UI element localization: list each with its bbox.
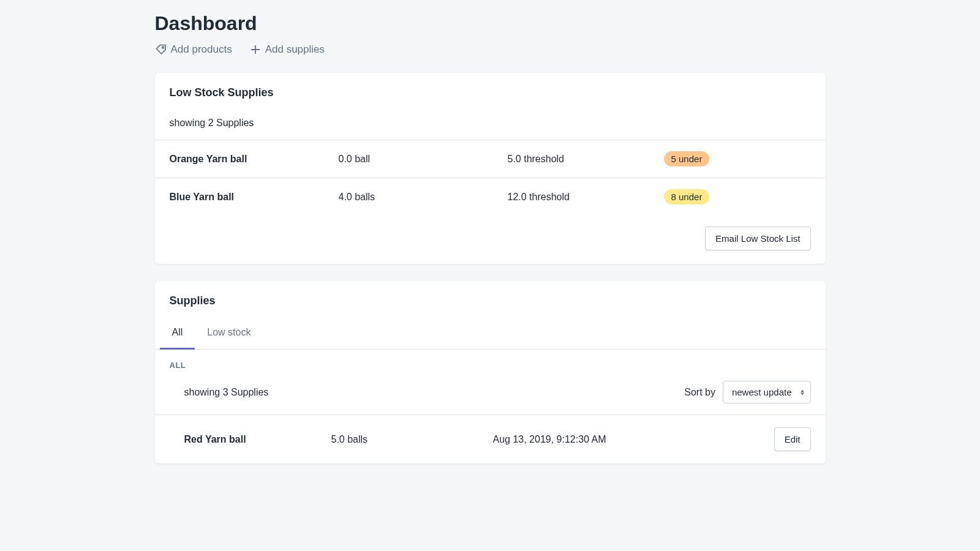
- supplies-title: Supplies: [170, 294, 811, 307]
- supplies-card: Supplies All Low stock ALL showing 3 Sup…: [155, 281, 826, 463]
- add-products-label: Add products: [171, 43, 232, 56]
- low-stock-title: Low Stock Supplies: [170, 86, 811, 99]
- header-actions: Add products Add supplies: [155, 43, 826, 56]
- page-header: Dashboard Add products Add supplies: [155, 12, 826, 56]
- svg-point-0: [162, 47, 164, 48]
- supply-threshold: 5.0 threshold: [508, 154, 664, 165]
- sort-by-label: Sort by: [684, 387, 715, 398]
- tag-icon: [155, 43, 167, 56]
- add-products-link[interactable]: Add products: [155, 43, 232, 56]
- supply-threshold: 12.0 threshold: [508, 192, 664, 203]
- supply-quantity: 4.0 balls: [339, 192, 508, 203]
- supply-name: Blue Yarn ball: [170, 192, 339, 203]
- edit-button[interactable]: Edit: [774, 427, 811, 451]
- low-stock-row: Blue Yarn ball 4.0 balls 12.0 threshold …: [155, 178, 826, 216]
- tab-low-stock[interactable]: Low stock: [195, 318, 263, 350]
- low-stock-showing: showing 2 Supplies: [155, 99, 826, 140]
- page-title: Dashboard: [155, 12, 826, 35]
- panel-label: ALL: [155, 350, 826, 370]
- supply-row: Red Yarn ball 5.0 balls Aug 13, 2019, 9:…: [155, 414, 826, 463]
- under-badge: 5 under: [664, 151, 710, 167]
- select-arrows-icon: [801, 389, 804, 395]
- plus-icon: [249, 43, 262, 56]
- supply-date: Aug 13, 2019, 9:12:30 AM: [493, 434, 774, 445]
- supplies-tabs: All Low stock: [155, 318, 826, 350]
- panel-controls: showing 3 Supplies Sort by newest update: [155, 370, 826, 414]
- supplies-showing: showing 3 Supplies: [170, 387, 269, 398]
- supply-name: Orange Yarn ball: [170, 154, 339, 165]
- low-stock-row: Orange Yarn ball 0.0 ball 5.0 threshold …: [155, 140, 826, 178]
- supply-quantity: 0.0 ball: [339, 154, 508, 165]
- add-supplies-label: Add supplies: [265, 43, 325, 56]
- add-supplies-link[interactable]: Add supplies: [249, 43, 325, 56]
- sort-select[interactable]: newest update: [723, 381, 811, 403]
- tab-all[interactable]: All: [160, 318, 195, 350]
- supply-name: Red Yarn ball: [170, 434, 331, 445]
- email-low-stock-button[interactable]: Email Low Stock List: [705, 227, 810, 250]
- supply-quantity: 5.0 balls: [331, 434, 493, 445]
- under-badge: 8 under: [664, 189, 710, 204]
- sort-select-value: newest update: [732, 387, 792, 397]
- low-stock-card: Low Stock Supplies showing 2 Supplies Or…: [155, 73, 826, 264]
